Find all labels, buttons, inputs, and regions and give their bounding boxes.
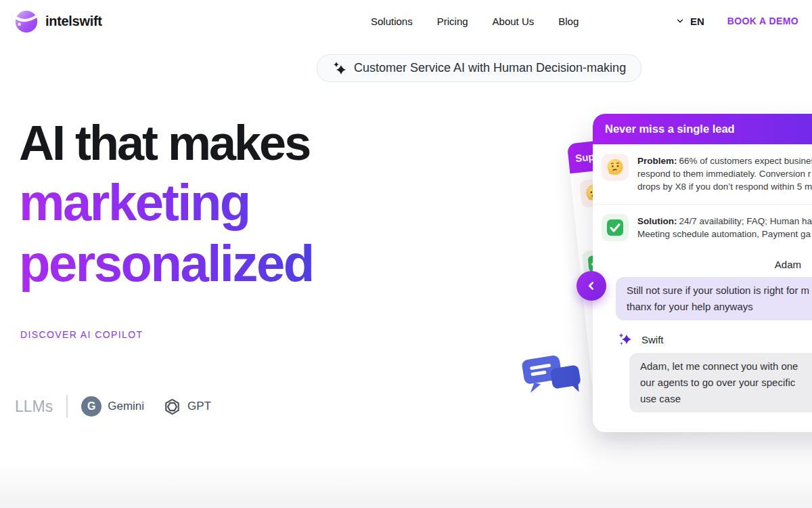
brand-name: intelswift (45, 14, 102, 29)
chat-widget-header: Never miss a single lead (593, 114, 812, 144)
bot-name: Swift (641, 334, 664, 345)
nav-link-blog[interactable]: Blog (558, 16, 579, 27)
chat-bubbles-icon (518, 350, 583, 403)
headline-gradient-block: marketing personalized (19, 172, 313, 294)
feature-banner-text: Customer Service AI with Human Decision-… (354, 61, 626, 75)
user-name: Adam (593, 259, 812, 270)
nav-link-pricing[interactable]: Pricing (437, 16, 468, 27)
headline-line-3: personalized (19, 233, 313, 294)
bot-message-line-2: our agents to go over your specific (640, 375, 812, 391)
nav-links: Solutions Pricing About Us Blog (371, 0, 579, 42)
openai-icon (163, 398, 181, 416)
gemini-label: Gemini (108, 400, 144, 413)
sparkles-icon (617, 331, 633, 347)
chat-widget-card: Never miss a single lead Problem:66% of … (593, 114, 812, 432)
language-selector[interactable]: EN (675, 16, 704, 27)
solution-text: Solution:24/7 availability; FAQ; Human h… (637, 214, 812, 241)
problem-line-1: 66% of customers expect busines (679, 156, 812, 166)
bot-label: Swift (617, 331, 812, 347)
book-a-demo-button[interactable]: BOOK A DEMO (727, 16, 798, 26)
brand-logo[interactable]: intelswift (14, 8, 102, 34)
problem-prefix: Problem: (637, 156, 677, 166)
chevron-down-icon (675, 16, 685, 26)
solution-row: Solution:24/7 availability; FAQ; Human h… (593, 205, 812, 252)
intelswift-sphere-logo-icon (14, 8, 39, 34)
headline-line-2: marketing (19, 172, 313, 233)
carousel-prev-button[interactable] (577, 271, 606, 301)
user-message-line-2: thanx for your help anyways (627, 299, 812, 315)
discover-ai-copilot-link[interactable]: DISCOVER AI COPILOT (20, 329, 143, 340)
llm-item-gemini: G Gemini (81, 396, 144, 417)
check-mark-emoji (602, 214, 629, 241)
nav-right: EN BOOK A DEMO (675, 0, 798, 42)
hero-headline: AI that makes marketing personalized (19, 114, 313, 294)
feature-banner[interactable]: Customer Service AI with Human Decision-… (317, 54, 641, 82)
problem-line-2: respond to them immediately. Conversion … (637, 167, 812, 180)
bot-message-line-3: use case (640, 391, 812, 407)
nav-link-about-us[interactable]: About Us (493, 16, 535, 27)
top-nav: intelswift Solutions Pricing About Us Bl… (0, 0, 812, 42)
gpt-label: GPT (187, 400, 211, 413)
user-message-line-1: Still not sure if your solution is right… (627, 282, 812, 299)
problem-text: Problem:66% of customers expect busines … (637, 154, 812, 193)
llm-bar: LLMs G Gemini GPT (15, 395, 211, 418)
vertical-divider (66, 395, 68, 418)
bot-message-bubble: Adam, let me connect you with one our ag… (629, 353, 812, 412)
llm-bar-label: LLMs (15, 398, 53, 416)
headline-line-1: AI that makes (19, 114, 313, 172)
problem-line-3: drops by X8 if you don’t respond within … (637, 180, 812, 193)
gemini-icon: G (81, 396, 102, 417)
solution-line-1: 24/7 availability; FAQ; Human han (679, 216, 812, 226)
user-message-bubble: Still not sure if your solution is right… (616, 277, 812, 320)
problem-row: Problem:66% of customers expect busines … (593, 144, 812, 204)
nav-link-solutions[interactable]: Solutions (371, 16, 413, 27)
chevron-left-icon (584, 278, 599, 293)
llm-item-gpt: GPT (163, 398, 211, 416)
thinking-face-emoji (602, 154, 629, 181)
solution-line-2: Meeting schedule automation, Payment ga (637, 228, 812, 240)
solution-prefix: Solution: (637, 216, 677, 226)
bot-message-line-1: Adam, let me connect you with one (640, 358, 812, 375)
sparkles-icon (332, 61, 347, 76)
language-code: EN (690, 16, 704, 27)
